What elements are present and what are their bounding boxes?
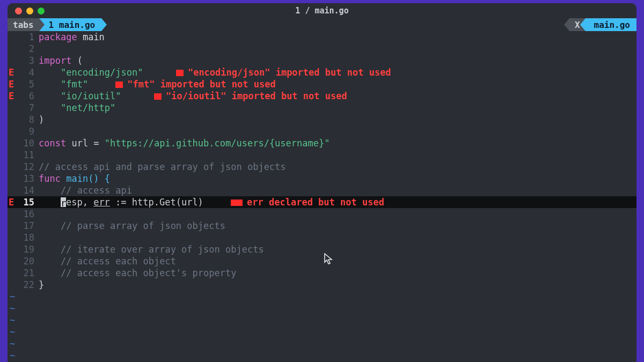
code-line[interactable]: 8 ) (8, 114, 636, 125)
code-line[interactable]: 11 (8, 149, 636, 161)
diagnostic-text: "io/ioutil" imported but not used (154, 91, 347, 101)
code-line[interactable]: 13 func main() { (8, 173, 636, 184)
close-icon[interactable] (15, 8, 22, 14)
line-number: 22 (16, 279, 39, 291)
line-number: 3 (16, 55, 39, 67)
error-icon (115, 82, 123, 88)
editor-window: 1 / main.go tabs 1 main.go X main.go 1 p… (8, 3, 636, 362)
line-number: 20 (16, 255, 39, 267)
line-number: 4 (16, 67, 39, 78)
error-marker: E (8, 90, 16, 102)
error-icon (231, 200, 243, 206)
line-number: 6 (16, 90, 39, 102)
code-line[interactable]: 20 // access each object (8, 255, 636, 267)
empty-line-tilde: ~ (8, 302, 636, 314)
error-icon (176, 70, 184, 76)
tabs-label: tabs (8, 18, 39, 31)
editor-area[interactable]: 1 package main 2 3 import ( E 4 "encodin… (8, 31, 636, 362)
line-number: 5 (16, 78, 39, 90)
line-number: 14 (16, 184, 39, 196)
code-line-current[interactable]: E 15 resp, err := http.Get(url) err decl… (8, 196, 636, 208)
empty-line-tilde: ~ (8, 291, 636, 302)
line-number: 1 (16, 31, 39, 43)
line-number: 21 (16, 267, 39, 279)
traffic-lights (8, 8, 45, 14)
code-line[interactable]: 3 import ( (8, 55, 636, 67)
code-line[interactable]: 12 // access api and parse array of json… (8, 161, 636, 173)
gutter (8, 31, 16, 43)
tabline-spacer (101, 18, 569, 31)
code-line[interactable]: 14 // access api (8, 184, 636, 196)
code-line[interactable]: E 4 "encoding/json" "encoding/json" impo… (8, 67, 636, 78)
code-line[interactable]: 16 (8, 208, 636, 220)
empty-line-tilde: ~ (8, 314, 636, 326)
line-number: 10 (16, 137, 39, 149)
error-icon (154, 93, 162, 100)
code-line[interactable]: 17 // parse array of json objects (8, 220, 636, 232)
diagnostic-text: err declared but not used (231, 197, 384, 208)
code-line[interactable]: 7 "net/http" (8, 102, 636, 114)
cursor-icon: r (61, 197, 66, 207)
code-line[interactable]: 10 const url = "https://api.github.com/u… (8, 137, 636, 149)
error-marker: E (8, 67, 16, 78)
line-number: 18 (16, 232, 39, 243)
empty-line-tilde: ~ (8, 338, 636, 350)
code-line[interactable]: 22 } (8, 279, 636, 291)
empty-line-tilde: ~ (8, 326, 636, 338)
line-number: 15 (16, 196, 39, 208)
line-number: 19 (16, 243, 39, 255)
line-number: 9 (16, 125, 39, 137)
line-number: 16 (16, 208, 39, 220)
code-line[interactable]: 1 package main (8, 31, 636, 43)
code-line[interactable]: 18 (8, 232, 636, 243)
diagnostic-text: "fmt" imported but not used (115, 79, 275, 90)
zoom-icon[interactable] (38, 8, 45, 14)
error-marker: E (8, 78, 16, 90)
line-number: 8 (16, 114, 39, 125)
tabline: tabs 1 main.go X main.go (8, 18, 636, 31)
code-line[interactable]: 21 // access each object's property (8, 267, 636, 279)
empty-line-tilde: ~ (8, 350, 636, 361)
code-line[interactable]: 9 (8, 125, 636, 137)
line-number: 7 (16, 102, 39, 114)
line-number: 2 (16, 43, 39, 55)
window-title: 1 / main.go (8, 6, 636, 16)
minimize-icon[interactable] (26, 8, 33, 14)
tab-filename-right[interactable]: main.go (586, 18, 636, 31)
code-line[interactable]: 2 (8, 43, 636, 55)
titlebar: 1 / main.go (8, 3, 636, 18)
line-number: 11 (16, 149, 39, 161)
diagnostic-text: "encoding/json" imported but not used (176, 67, 391, 78)
error-marker: E (8, 196, 16, 208)
tab-main-go[interactable]: 1 main.go (39, 18, 102, 31)
line-number: 17 (16, 220, 39, 232)
code-text: package main (39, 31, 105, 43)
line-number: 12 (16, 161, 39, 173)
code-line[interactable]: 19 // iterate over array of json objects (8, 243, 636, 255)
line-number: 13 (16, 173, 39, 184)
code-line[interactable]: E 5 "fmt" "fmt" imported but not used (8, 78, 636, 90)
code-line[interactable]: E 6 "io/ioutil" "io/ioutil" imported but… (8, 90, 636, 102)
